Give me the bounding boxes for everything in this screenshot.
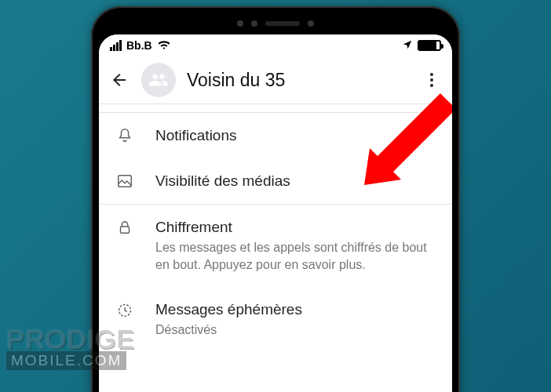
wifi-icon: [157, 39, 171, 53]
location-icon: [402, 39, 413, 53]
more-options-button[interactable]: [421, 69, 443, 91]
battery-icon: [418, 40, 441, 51]
group-avatar[interactable]: [141, 63, 176, 97]
item-title: Chiffrement: [155, 219, 438, 236]
settings-item-encryption[interactable]: Chiffrement Les messages et les appels s…: [99, 205, 452, 287]
svg-rect-0: [119, 176, 132, 187]
back-button[interactable]: [108, 69, 130, 91]
item-title: Messages éphémères: [155, 301, 438, 318]
svg-rect-1: [121, 227, 130, 233]
settings-item-ephemeral-messages[interactable]: Messages éphémères Désactivés: [99, 287, 452, 353]
image-icon: [116, 172, 133, 190]
phone-frame: Bb.B Voisin du 35: [91, 6, 460, 392]
item-title: Visibilité des médias: [155, 172, 438, 190]
item-subtitle: Les messages et les appels sont chiffrés…: [155, 239, 438, 273]
page-title: Voisin du 35: [187, 70, 410, 91]
app-bar: Voisin du 35: [99, 56, 452, 103]
item-subtitle: Désactivés: [155, 321, 438, 339]
timer-icon: [116, 301, 133, 318]
status-bar: Bb.B: [99, 34, 452, 56]
settings-item-notifications[interactable]: Notifications: [99, 113, 452, 158]
bell-icon: [116, 127, 133, 144]
phone-notch: [99, 13, 452, 34]
phone-screen: Bb.B Voisin du 35: [99, 34, 452, 392]
item-title: Notifications: [155, 127, 438, 144]
more-vertical-icon: [430, 73, 433, 87]
settings-item-media-visibility[interactable]: Visibilité des médias: [99, 158, 452, 204]
signal-icon: [110, 40, 122, 51]
lock-icon: [116, 219, 133, 236]
carrier-label: Bb.B: [126, 39, 152, 52]
